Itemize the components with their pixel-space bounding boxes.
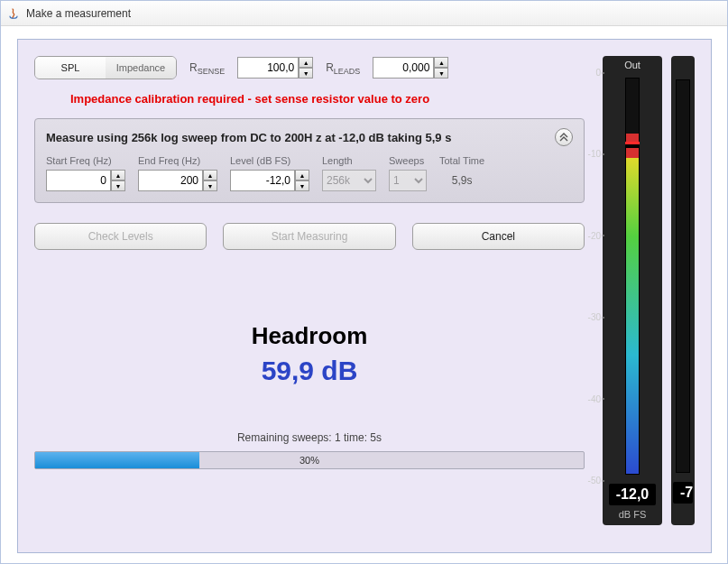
meter-bar	[625, 78, 640, 475]
length-label: Length	[322, 155, 376, 166]
level-down[interactable]: ▼	[295, 180, 309, 191]
spl-tab[interactable]: SPL	[35, 57, 106, 79]
start-measuring-button[interactable]: Start Measuring	[223, 223, 395, 250]
end-freq-input[interactable]	[138, 170, 203, 191]
input-meter: -7	[671, 56, 695, 525]
start-freq-down[interactable]: ▼	[111, 180, 125, 191]
chevron-double-up-icon	[559, 133, 568, 142]
dialog-window: Make a measurement SPL Impedance RSENSE …	[0, 0, 728, 564]
measurement-type-segmented[interactable]: SPL Impedance	[34, 56, 177, 79]
action-buttons-row: Check Levels Start Measuring Cancel	[34, 223, 585, 250]
rleads-up[interactable]: ▲	[434, 57, 448, 68]
sweeps-select[interactable]: 1	[389, 170, 427, 191]
measure-fields-row: Start Freq (Hz) ▲▼ End Freq (Hz) ▲▼	[46, 155, 573, 191]
rleads-label: RLEADS	[326, 61, 360, 74]
measure-summary-text: Measure using 256k log sweep from DC to …	[46, 131, 451, 144]
right-panel: Out 0-10-20-30-40-50 -12,0 dB FS -7	[585, 56, 695, 536]
calibration-warning: Impedance calibration required - set sen…	[70, 92, 585, 106]
level-spinner[interactable]: ▲▼	[230, 170, 309, 191]
window-title: Make a measurement	[26, 7, 131, 20]
start-freq-input[interactable]	[46, 170, 111, 191]
start-freq-label: Start Freq (Hz)	[46, 155, 125, 166]
rleads-spinner[interactable]: ▲ ▼	[373, 57, 448, 79]
measure-summary-row: Measure using 256k log sweep from DC to …	[46, 128, 573, 146]
rsense-spinner[interactable]: ▲ ▼	[237, 57, 313, 79]
output-meter: Out 0-10-20-30-40-50 -12,0 dB FS	[603, 56, 662, 525]
headroom-block: Headroom 59,9 dB	[34, 322, 585, 386]
end-freq-spinner[interactable]: ▲▼	[138, 170, 217, 191]
impedance-tab[interactable]: Impedance	[106, 57, 176, 79]
rsense-input[interactable]	[237, 57, 299, 79]
input-meter-readout: -7	[673, 482, 693, 504]
cancel-button[interactable]: Cancel	[412, 223, 585, 250]
rsense-up[interactable]: ▲	[299, 57, 313, 68]
headroom-title: Headroom	[34, 322, 585, 350]
measure-settings-panel: Measure using 256k log sweep from DC to …	[34, 118, 585, 203]
rsense-down[interactable]: ▼	[299, 68, 313, 79]
progress-bar: 30%	[34, 451, 585, 469]
length-select[interactable]: 256k	[322, 170, 376, 191]
sweeps-label: Sweeps	[389, 155, 427, 166]
level-label: Level (dB FS)	[230, 155, 309, 166]
end-freq-up[interactable]: ▲	[203, 170, 217, 180]
end-freq-down[interactable]: ▼	[203, 180, 217, 191]
total-time-label: Total Time	[439, 155, 484, 166]
start-freq-up[interactable]: ▲	[111, 170, 125, 180]
output-meter-readout: -12,0	[609, 484, 656, 505]
level-up[interactable]: ▲	[295, 170, 309, 180]
check-levels-button[interactable]: Check Levels	[34, 223, 207, 250]
output-meter-title: Out	[624, 60, 640, 70]
status-line: Remaining sweeps: 1 time: 5s	[34, 431, 585, 444]
headroom-value: 59,9 dB	[34, 356, 585, 386]
output-meter-unit: dB FS	[619, 509, 647, 520]
rleads-down[interactable]: ▼	[434, 68, 448, 79]
input-meter-bar	[676, 79, 690, 473]
meter-ticks: 0-10-20-30-40-50	[583, 72, 601, 480]
collapse-button[interactable]	[555, 128, 573, 146]
end-freq-label: End Freq (Hz)	[138, 155, 217, 166]
total-time-value: 5,9s	[439, 170, 484, 191]
rleads-input[interactable]	[373, 57, 434, 79]
top-controls-row: SPL Impedance RSENSE ▲ ▼ RLEADS	[34, 56, 585, 79]
level-input[interactable]	[230, 170, 295, 191]
content-frame: SPL Impedance RSENSE ▲ ▼ RLEADS	[17, 39, 712, 553]
left-panel: SPL Impedance RSENSE ▲ ▼ RLEADS	[34, 56, 585, 536]
start-freq-spinner[interactable]: ▲▼	[46, 170, 125, 191]
rsense-label: RSENSE	[189, 61, 225, 74]
window-titlebar: Make a measurement	[1, 1, 727, 26]
java-icon	[6, 6, 21, 21]
output-meter-scale: 0-10-20-30-40-50	[603, 72, 662, 480]
progress-label: 30%	[35, 452, 584, 468]
